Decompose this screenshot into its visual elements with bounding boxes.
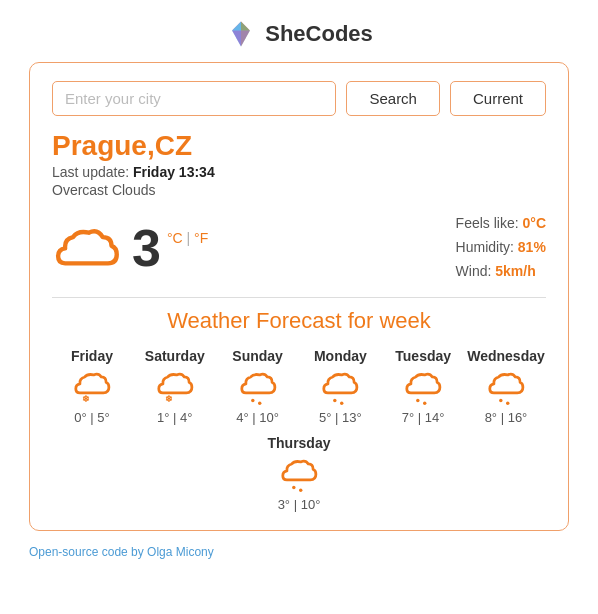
forecast-day: Saturday ❄ 1° | 4° [135,348,215,425]
main-card: Search Current Prague,CZ Last update: Fr… [29,62,569,531]
last-update: Last update: Friday 13:34 [52,164,546,180]
app-title: SheCodes [265,21,373,47]
wind-label: Wind: [456,263,496,279]
svg-point-12 [292,486,295,489]
svg-point-13 [299,489,302,492]
forecast-cloud-icon [400,368,446,408]
weather-description: Overcast Clouds [52,182,546,198]
unit-toggle[interactable]: °C | °F [167,230,208,246]
city-name: Prague,CZ [52,130,546,162]
feels-like-label: Feels like: [456,215,523,231]
last-update-value: Friday 13:34 [133,164,215,180]
forecast-temps: 8° | 16° [485,410,528,425]
humidity-label: Humidity: [456,239,518,255]
current-weather-row: 3 °C | °F Feels like: 0°C Humidity: 81% … [52,212,546,283]
forecast-day-name: Tuesday [395,348,451,364]
section-divider [52,297,546,298]
svg-point-6 [333,399,336,402]
footer-suffix: by Olga Micony [128,545,214,559]
svg-point-9 [423,402,426,405]
forecast-row-2: Thursday 3° | 10° [52,435,546,512]
forecast-day-name: Friday [71,348,113,364]
forecast-day-name: Thursday [267,435,330,451]
temperature-block: 3 °C | °F [132,222,208,274]
feels-block: Feels like: 0°C Humidity: 81% Wind: 5km/… [456,212,546,283]
forecast-day: Monday 5° | 13° [300,348,380,425]
forecast-day: Wednesday 8° | 16° [466,348,546,425]
forecast-temps: 3° | 10° [278,497,321,512]
forecast-temps: 4° | 10° [236,410,279,425]
forecast-day: Tuesday 7° | 14° [383,348,463,425]
temperature-value: 3 [132,222,161,274]
forecast-cloud-icon [317,368,363,408]
svg-text:❄: ❄ [165,395,173,405]
fahrenheit-unit[interactable]: °F [194,230,208,246]
wind-value: 5km/h [495,263,535,279]
forecast-day-name: Monday [314,348,367,364]
search-button[interactable]: Search [346,81,440,116]
celsius-unit[interactable]: °C [167,230,183,246]
forecast-day: Thursday 3° | 10° [259,435,339,512]
forecast-day-name: Wednesday [467,348,545,364]
search-row: Search Current [52,81,546,116]
footer-link[interactable]: Open-source code [29,545,128,559]
svg-point-7 [340,402,343,405]
forecast-row-1: Friday ❄ 0° | 5° Saturday ❄ 1° | 4° Sund… [52,348,546,425]
svg-text:❄: ❄ [82,395,90,405]
humidity-value: 81% [518,239,546,255]
shecodes-logo-icon [225,18,257,50]
forecast-day: Sunday 4° | 10° [218,348,298,425]
app-header: SheCodes [225,0,373,62]
forecast-cloud-icon: ❄ [152,368,198,408]
forecast-temps: 5° | 13° [319,410,362,425]
forecast-day-name: Saturday [145,348,205,364]
forecast-day: Friday ❄ 0° | 5° [52,348,132,425]
current-button[interactable]: Current [450,81,546,116]
svg-point-4 [251,399,254,402]
forecast-temps: 7° | 14° [402,410,445,425]
current-cloud-icon [52,218,122,278]
footer: Open-source code by Olga Micony [29,545,569,559]
forecast-cloud-icon [483,368,529,408]
forecast-temps: 0° | 5° [74,410,109,425]
forecast-title: Weather Forecast for week [52,308,546,334]
forecast-cloud-icon: ❄ [69,368,115,408]
last-update-label: Last update: [52,164,129,180]
forecast-temps: 1° | 4° [157,410,192,425]
svg-point-10 [499,399,502,402]
forecast-cloud-icon [276,455,322,495]
svg-point-5 [258,402,261,405]
forecast-day-name: Sunday [232,348,283,364]
forecast-cloud-icon [235,368,281,408]
svg-point-11 [506,402,509,405]
svg-point-8 [416,399,419,402]
feels-like-value: 0°C [523,215,547,231]
city-input[interactable] [52,81,336,116]
